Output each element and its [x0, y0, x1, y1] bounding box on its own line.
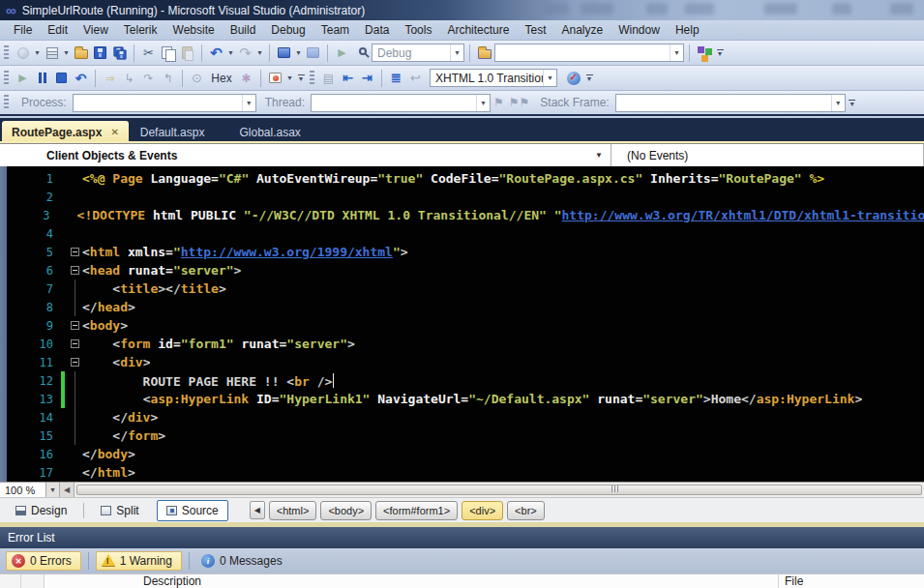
code-text[interactable]: </form>: [82, 428, 165, 443]
undo-icon[interactable]: ↶: [207, 44, 225, 62]
code-line-2[interactable]: 2: [7, 188, 924, 206]
breakpoints-window-icon[interactable]: [266, 69, 284, 87]
errors-filter-button[interactable]: ✕ 0 Errors: [6, 551, 81, 571]
find-symbol-icon[interactable]: [352, 44, 371, 62]
code-text[interactable]: <title></title>: [82, 281, 226, 296]
menu-window[interactable]: Window: [611, 21, 668, 39]
messages-filter-button[interactable]: i 0 Messages: [196, 551, 291, 571]
collapse-region-icon[interactable]: [71, 339, 79, 348]
increase-indent-icon[interactable]: ⇥: [358, 69, 376, 87]
collapse-region-icon[interactable]: [71, 321, 79, 330]
code-text[interactable]: <body>: [82, 318, 128, 333]
stack-frame-combo[interactable]: ▼: [615, 94, 846, 112]
menu-architecture[interactable]: Architecture: [439, 21, 517, 39]
objects-dropdown[interactable]: Client Objects & Events ▼: [0, 144, 611, 166]
code-text[interactable]: </head>: [82, 300, 135, 314]
process-dropdown[interactable]: ▼: [242, 95, 255, 111]
tab-close-icon[interactable]: ✕: [110, 127, 118, 137]
menu-help[interactable]: Help: [668, 21, 707, 39]
step-out-icon[interactable]: ↰: [159, 69, 177, 87]
document-tab-global.asax[interactable]: Global.asax: [229, 121, 310, 143]
zoom-control[interactable]: 100 %: [0, 483, 46, 497]
target-schema-combo[interactable]: XHTML 1.0 Transition ▼: [430, 69, 557, 87]
break-all-icon[interactable]: [33, 69, 51, 87]
paste-icon[interactable]: [178, 44, 196, 62]
toolbar-grip[interactable]: [4, 45, 9, 61]
code-text[interactable]: ROUTE PAGE HERE !! <br />: [82, 373, 334, 389]
breadcrumb-body[interactable]: <body>: [320, 501, 372, 520]
code-line-8[interactable]: 8</head>: [7, 298, 924, 316]
breadcrumb-formform1[interactable]: <form#form1>: [375, 501, 458, 520]
code-line-13[interactable]: 13 <asp:HyperLink ID="HyperLink1" Naviga…: [7, 390, 924, 408]
code-line-5[interactable]: 5<html xmlns="http://www.w3.org/1999/xht…: [7, 243, 924, 261]
scroll-left-icon[interactable]: ◀: [60, 483, 75, 497]
breakpoint-margin[interactable]: [0, 166, 7, 482]
design-view-button[interactable]: Design: [6, 500, 76, 521]
thread-dropdown[interactable]: ▼: [476, 95, 490, 111]
new-web-site-dropdown[interactable]: ▼: [33, 44, 42, 62]
code-line-6[interactable]: 6<head runat="server">: [7, 261, 924, 279]
code-editor[interactable]: 1<%@ Page Language="C#" AutoEventWireup=…: [0, 166, 924, 482]
menu-view[interactable]: View: [75, 21, 116, 39]
code-text[interactable]: <html xmlns="http://www.w3.org/1999/xhtm…: [82, 245, 408, 259]
warnings-filter-button[interactable]: 1 Warning: [96, 551, 182, 571]
show-next-statement-icon[interactable]: ⇒: [101, 69, 119, 87]
code-line-12[interactable]: 12 ROUTE PAGE HERE !! <br />: [7, 371, 924, 390]
target-schema-dropdown[interactable]: ▼: [543, 70, 556, 86]
description-column-header[interactable]: Description: [45, 574, 779, 588]
code-line-1[interactable]: 1<%@ Page Language="C#" AutoEventWireup=…: [7, 169, 924, 188]
navigate-backward-icon[interactable]: [275, 44, 293, 62]
find-combo[interactable]: ▼: [494, 44, 684, 62]
menu-tools[interactable]: Tools: [397, 21, 439, 39]
find-in-files-icon[interactable]: [475, 44, 493, 62]
breakpoint-icon[interactable]: ✱: [237, 69, 255, 87]
code-text[interactable]: </body>: [82, 447, 135, 461]
add-new-item-dropdown[interactable]: ▼: [62, 44, 71, 62]
index-column-header[interactable]: [21, 574, 45, 588]
file-column-header[interactable]: File: [779, 574, 924, 588]
objects-dropdown-arrow-icon[interactable]: ▼: [595, 151, 611, 160]
menu-telerik[interactable]: Telerik: [116, 21, 165, 39]
code-line-16[interactable]: 16</body>: [7, 445, 924, 463]
collapse-region-icon[interactable]: [71, 358, 79, 367]
menu-team[interactable]: Team: [313, 21, 357, 39]
open-file-icon[interactable]: [72, 44, 90, 62]
menu-data[interactable]: Data: [357, 21, 397, 39]
hex-button[interactable]: Hex: [207, 69, 236, 87]
continue-icon[interactable]: ▶: [14, 69, 32, 87]
breakpoints-window-dropdown[interactable]: ▼: [285, 69, 294, 87]
code-text[interactable]: <div>: [82, 355, 150, 369]
solution-explorer-icon[interactable]: [695, 44, 713, 62]
code-line-7[interactable]: 7 <title></title>: [7, 279, 924, 298]
split-view-button[interactable]: Split: [91, 500, 148, 521]
redo-dropdown[interactable]: ▼: [255, 44, 264, 62]
code-line-4[interactable]: 4: [7, 224, 924, 243]
solution-configurations-dropdown[interactable]: ▼: [450, 44, 463, 61]
breadcrumb-div[interactable]: <div>: [462, 501, 503, 520]
toolbar-options-overflow[interactable]: ▼: [714, 44, 726, 62]
menu-file[interactable]: File: [6, 21, 40, 39]
new-web-site-icon[interactable]: [14, 44, 32, 62]
menu-build[interactable]: Build: [223, 21, 264, 39]
code-line-9[interactable]: 9<body>: [7, 316, 924, 335]
code-line-14[interactable]: 14 </div>: [7, 408, 924, 426]
step-over-icon[interactable]: ↷: [139, 69, 158, 87]
thread-combo[interactable]: ▼: [311, 94, 491, 112]
menu-website[interactable]: Website: [165, 21, 223, 39]
undo-dropdown[interactable]: ▼: [226, 44, 235, 62]
breadcrumb-html[interactable]: <html>: [269, 501, 317, 520]
code-text[interactable]: <%@ Page Language="C#" AutoEventWireup="…: [82, 171, 824, 186]
stack-frame-dropdown[interactable]: ▼: [831, 95, 845, 111]
save-all-icon[interactable]: [110, 44, 129, 62]
save-icon[interactable]: [91, 44, 109, 62]
toolbar-grip[interactable]: [4, 71, 9, 86]
menu-analyze[interactable]: Analyze: [553, 21, 611, 39]
toolbar-grip[interactable]: [4, 95, 9, 110]
toolbar-options-overflow[interactable]: ▼: [295, 69, 307, 87]
document-tab-routepage.aspx[interactable]: RoutePage.aspx✕: [2, 121, 129, 143]
collapse-region-icon[interactable]: [71, 266, 79, 275]
severity-column-header[interactable]: [0, 574, 21, 588]
code-text[interactable]: <!DOCTYPE html PUBLIC "-//W3C//DTD XHTML…: [77, 208, 924, 222]
comment-lines-icon[interactable]: ↩: [406, 69, 425, 87]
find-combo-dropdown[interactable]: ▼: [670, 44, 683, 61]
